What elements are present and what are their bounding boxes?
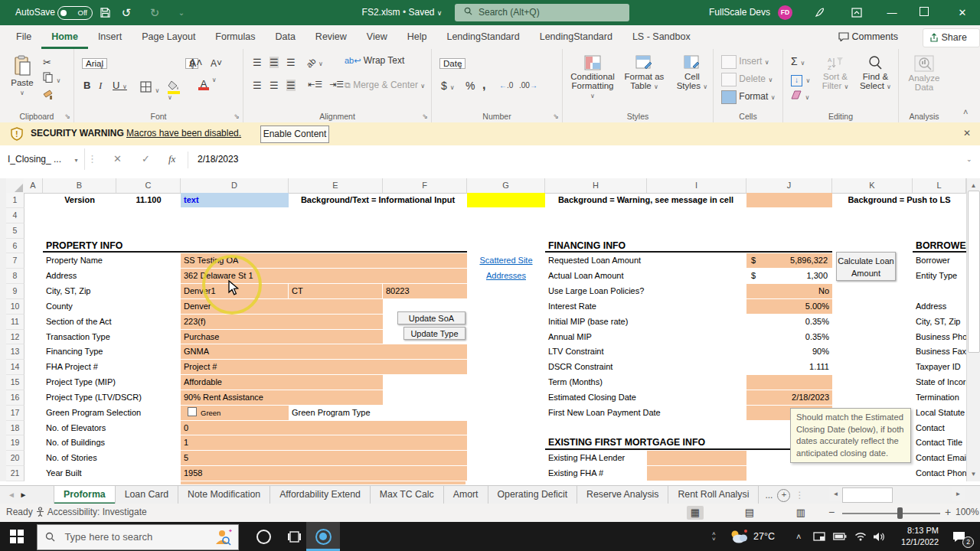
cell-J15[interactable]	[746, 375, 832, 390]
cell-B6[interactable]: PROPERTY INFO	[43, 239, 467, 253]
align-center-icon[interactable]: ☰	[270, 80, 279, 91]
cell-B10[interactable]: County	[43, 299, 181, 314]
enable-content-button[interactable]: Enable Content	[260, 126, 329, 143]
font-color-icon[interactable]: A ∨	[198, 78, 216, 90]
analyze-data-button[interactable]: AnalyzeData	[906, 55, 942, 92]
search-highlights-icon[interactable]: ✦	[212, 528, 232, 546]
insert-function-icon[interactable]: fx	[168, 148, 175, 170]
cell-L17[interactable]: Local Statute	[913, 406, 966, 420]
column-header-J[interactable]: J	[746, 178, 832, 194]
cell-J9[interactable]: No	[746, 284, 832, 298]
cast-icon[interactable]	[813, 522, 825, 551]
find-select-button[interactable]: Find &Select ∨	[858, 55, 892, 90]
ribbon-display-options-icon[interactable]	[848, 0, 865, 25]
fill-icon[interactable]: ↓ ∨	[791, 72, 810, 86]
column-header-G[interactable]: G	[467, 178, 545, 194]
ribbon-tab-formulas[interactable]: Formulas	[205, 25, 265, 49]
wrap-text-button[interactable]: ab↩ Wrap Text	[345, 55, 404, 66]
row-header-1[interactable]: 1	[6, 193, 24, 208]
cell-L10[interactable]: Address	[913, 299, 966, 314]
collapse-ribbon-icon[interactable]: ˄	[963, 107, 968, 116]
vertical-scroll-thumb[interactable]	[968, 191, 980, 353]
ribbon-tab-view[interactable]: View	[357, 25, 397, 49]
formula-bar-value[interactable]: 2/18/2023	[198, 148, 238, 170]
number-format-select[interactable]: Date∨	[439, 58, 466, 69]
cell-L15[interactable]: State of Incorporation	[913, 375, 966, 390]
cell-J7[interactable]: $5,896,322	[746, 253, 832, 268]
row-header-18[interactable]: 18	[6, 421, 24, 436]
alignment-dialog-launcher-icon[interactable]: ⇘	[422, 112, 428, 120]
ribbon-tab-file[interactable]: File	[6, 25, 41, 49]
select-all-corner[interactable]	[6, 178, 24, 194]
sheet-tab-operating-deficit[interactable]: Operating Deficit	[488, 486, 578, 504]
cell-D19[interactable]: 1	[181, 435, 467, 450]
row-header-7[interactable]: 7	[6, 253, 24, 269]
sheet-tab-reserve-analysis[interactable]: Reserve Analysis	[577, 486, 668, 504]
ribbon-tab-lendingstandard[interactable]: LendingStandard	[436, 25, 529, 49]
cell-B7[interactable]: Property Name	[43, 253, 181, 268]
cell-G1[interactable]	[467, 193, 545, 207]
name-box[interactable]: I_Closing_ ... ▾	[0, 148, 85, 170]
sheet-tab-max-tc-calc[interactable]: Max TC Calc	[371, 486, 444, 504]
cell-D1[interactable]: text	[181, 193, 289, 207]
percent-style-icon[interactable]: %	[466, 80, 475, 92]
cell-J13[interactable]: 90%	[746, 344, 832, 359]
cell-L21[interactable]: Contact Phone	[913, 466, 966, 481]
scroll-right-icon[interactable]: ►	[952, 487, 965, 501]
cell-D18[interactable]: 0	[181, 421, 467, 435]
volume-icon[interactable]	[873, 522, 885, 551]
cell-B9[interactable]: City, ST, Zip	[43, 284, 181, 298]
cell-H20[interactable]: Existing FHA Lender	[545, 451, 647, 465]
number-dialog-launcher-icon[interactable]: ⇘	[553, 112, 559, 120]
cell-L16[interactable]: Termination	[913, 390, 966, 405]
row-header-12[interactable]: 12	[6, 330, 24, 345]
cell-J11[interactable]: 0.35%	[746, 315, 832, 329]
calculate-loan-amount-button[interactable]: Calculate Loan Amount	[836, 252, 896, 281]
notification-center-button[interactable]: 2	[949, 522, 975, 551]
restore-button[interactable]	[913, 0, 936, 25]
font-dialog-launcher-icon[interactable]: ⇘	[234, 112, 240, 120]
cell-B14[interactable]: FHA Project #	[43, 360, 181, 374]
sheet-tab-loan-card[interactable]: Loan Card	[116, 486, 178, 504]
align-right-icon[interactable]: ☰	[286, 80, 296, 91]
cut-icon[interactable]: ✂	[43, 57, 51, 68]
wifi-icon[interactable]	[854, 522, 867, 551]
page-break-view-icon[interactable]: ▥	[792, 506, 809, 520]
cell-H13[interactable]: LTV Constraint	[545, 344, 746, 359]
cell-H1[interactable]: Background = Warning, see message in cel…	[545, 193, 746, 207]
cell-D17[interactable]: Green	[181, 406, 289, 420]
cell-G7[interactable]: Scattered Site	[467, 253, 545, 268]
delete-cells-button[interactable]: Delete ∨	[721, 73, 773, 86]
cell-D16[interactable]: 90% Rent Assistance	[181, 390, 383, 405]
zoom-slider-thumb[interactable]	[897, 507, 903, 519]
ribbon-tab-page-layout[interactable]: Page Layout	[132, 25, 205, 49]
start-button[interactable]	[0, 522, 34, 551]
row-header-10[interactable]: 10	[6, 299, 24, 315]
cell-J12[interactable]: 0.35%	[746, 330, 832, 344]
column-header-H[interactable]: H	[545, 178, 647, 194]
close-warning-icon[interactable]: ✕	[963, 128, 971, 139]
cell-B1[interactable]: Version	[43, 193, 116, 207]
close-button[interactable]: ✕	[951, 0, 974, 25]
cell-H15[interactable]: Term (Months)	[545, 375, 746, 390]
borders-icon[interactable]: ∨	[140, 81, 159, 96]
column-header-A[interactable]: A	[24, 178, 43, 194]
save-icon[interactable]	[98, 0, 112, 25]
cell-H19[interactable]: EXISTING FIRST MORTGAGE INFO	[545, 435, 832, 450]
cell-G8[interactable]: Addresses	[467, 269, 545, 283]
column-header-L[interactable]: L	[913, 178, 966, 194]
ribbon-tab-help[interactable]: Help	[397, 25, 437, 49]
cell-H14[interactable]: DSCR Constraint	[545, 360, 746, 374]
cell-L7[interactable]: Borrower	[913, 253, 966, 268]
account-name[interactable]: FullScale Devs	[709, 0, 770, 25]
cell-B15[interactable]: Project Type (MIP)	[43, 375, 181, 390]
copy-icon[interactable]: ∨	[43, 72, 60, 86]
quick-access-chevron-icon[interactable]: ⌄	[175, 0, 188, 25]
row-header-20[interactable]: 20	[6, 451, 24, 466]
minimize-button[interactable]: —	[880, 0, 903, 25]
column-header-B[interactable]: B	[43, 178, 116, 194]
cell-H6[interactable]: FINANCING INFO	[545, 239, 832, 253]
accounting-format-icon[interactable]: $ ∨	[441, 80, 455, 92]
sheet-nav-right-icon[interactable]: ►	[19, 491, 27, 499]
expand-formula-bar-icon[interactable]: ⌄	[966, 148, 972, 170]
